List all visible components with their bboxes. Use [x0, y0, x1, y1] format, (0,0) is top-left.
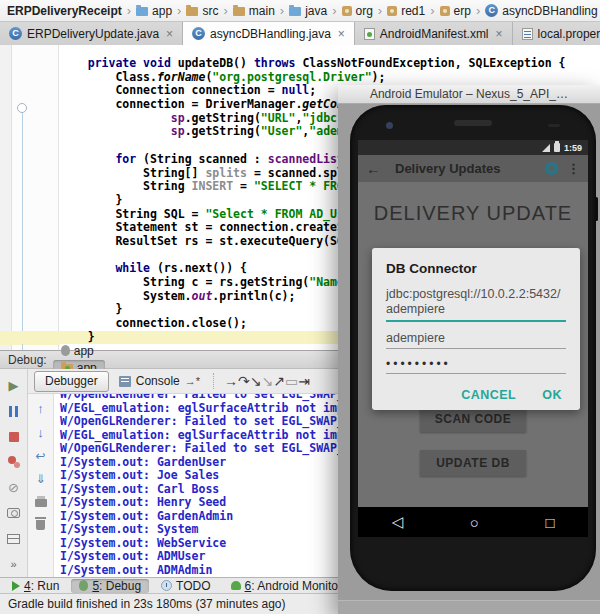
tab-label: ERPDeliveryUpdate.java: [27, 27, 159, 41]
editor-left-strip: [0, 45, 12, 350]
android-emulator-window[interactable]: Android Emulator – Nexus_5_API_… 1:59 ← …: [338, 85, 600, 614]
tab-androidmanifest.xml[interactable]: AndroidManifest.xml×: [355, 22, 513, 45]
breadcrumb-item-asyncdbhandling[interactable]: asyncDBHandling: [485, 4, 597, 18]
toolwindow-button-debug[interactable]: 5: Debug: [71, 579, 149, 593]
scroll-end-icon[interactable]: ⇓: [35, 473, 45, 485]
class-icon: [485, 4, 498, 17]
settings-gear-icon[interactable]: [546, 163, 557, 174]
toolwindow-button-label: 6: Android Monitor: [245, 579, 342, 593]
update-db-button[interactable]: UPDATE DB: [420, 450, 526, 476]
emulator-window-footer: [338, 600, 600, 614]
step-over-icon[interactable]: ↷: [238, 373, 250, 389]
mnemonic: 5: [92, 579, 99, 593]
rerun-icon: ▶: [9, 379, 19, 392]
package-icon: [342, 6, 352, 16]
breadcrumb-item-app[interactable]: app: [136, 4, 172, 18]
stop-icon[interactable]: [0, 424, 27, 450]
mute-breakpoints-icon[interactable]: ⊘: [0, 475, 27, 501]
print-icon[interactable]: [35, 499, 47, 507]
db-connector-dialog: DB Connector jdbc:postgresql://10.0.2.2:…: [372, 248, 580, 410]
earpiece-speaker: [454, 120, 492, 126]
restore-layout-icon: [7, 534, 20, 544]
signal-icon: [542, 144, 550, 152]
tab-label: local.properties: [538, 27, 600, 41]
drop-frame-icon[interactable]: ▭: [285, 373, 298, 389]
breadcrumb-item-src[interactable]: src: [186, 4, 218, 18]
folder-blue-icon: [289, 7, 301, 16]
breadcrumb-label: org: [356, 4, 373, 18]
app-bar: ← Delivery Updates ⋮: [358, 155, 588, 182]
force-step-into-icon[interactable]: ↘: [262, 373, 274, 389]
view-breakpoints-icon[interactable]: [0, 450, 27, 476]
breadcrumb-item-org[interactable]: org: [342, 4, 373, 18]
fold-marker-icon[interactable]: [17, 103, 27, 113]
up-stack-icon[interactable]: ↑: [37, 402, 44, 415]
nav-home-button[interactable]: ○: [470, 514, 479, 531]
stop-icon: [9, 432, 19, 442]
debugger-tab[interactable]: Debugger: [34, 371, 109, 392]
toolbar-divider: [213, 373, 215, 389]
breadcrumb-label: red1: [401, 4, 425, 18]
step-out-icon[interactable]: ↗: [273, 373, 285, 389]
folder-blue-icon: [136, 7, 148, 16]
mnemonic: 6: [245, 579, 252, 593]
toolwindow-button-run[interactable]: 4: Run: [4, 579, 67, 593]
password-field[interactable]: •••••••••: [386, 357, 566, 374]
soft-wrap-icon[interactable]: ↩: [35, 450, 45, 462]
ok-button[interactable]: OK: [542, 388, 562, 402]
close-tab-icon[interactable]: ×: [338, 27, 345, 41]
toolwindow-button-android-monitor[interactable]: 6: Android Monitor: [223, 579, 350, 593]
nav-back-button[interactable]: ◁: [391, 513, 403, 531]
console-side-toolbar: ↑↓↩⇓: [28, 394, 54, 577]
tab-label: asyncDBHandling.java: [210, 27, 331, 41]
emulator-titlebar[interactable]: Android Emulator – Nexus_5_API_…: [338, 85, 600, 104]
console-tab-label: Console: [136, 374, 180, 388]
chevron-right-icon: ›: [177, 3, 181, 18]
breadcrumb-item-red1[interactable]: red1: [387, 4, 425, 18]
show-execution-point-icon[interactable]: →: [224, 373, 238, 389]
folder-tan-icon: [233, 7, 245, 16]
close-tab-icon[interactable]: ×: [496, 27, 503, 41]
phone-screen[interactable]: 1:59 ← Delivery Updates ⋮ DELIVERY UPDAT…: [358, 140, 588, 537]
username-field[interactable]: adempiere: [386, 331, 566, 349]
chevron-right-icon: ›: [127, 3, 131, 18]
breadcrumb-item-main[interactable]: main: [233, 4, 275, 18]
step-into-icon[interactable]: ↘: [250, 373, 262, 389]
tab-label: AndroidManifest.xml: [380, 27, 489, 41]
nav-recents-button[interactable]: □: [546, 514, 555, 531]
manifest-icon: [364, 28, 375, 40]
run-to-cursor-icon[interactable]: ⇥: [298, 373, 310, 389]
rerun-icon[interactable]: ▶: [0, 373, 27, 399]
cancel-button[interactable]: CANCEL: [461, 388, 516, 402]
toolwindow-button-todo[interactable]: TODO: [153, 579, 218, 593]
toolwindow-button-label: TODO: [176, 579, 210, 593]
tab-erpdeliveryupdate.java[interactable]: ERPDeliveryUpdate.java×: [0, 22, 183, 45]
breadcrumb-item-java[interactable]: java: [289, 4, 327, 18]
down-stack-icon[interactable]: ↓: [37, 426, 44, 439]
code-line: private void updateDB() throws ClassNotF…: [60, 57, 600, 71]
pause-icon[interactable]: [0, 399, 27, 425]
toolwindow-button-label: 4: Run: [24, 579, 59, 593]
tab-asyncdbhandling.java[interactable]: asyncDBHandling.java×: [183, 22, 355, 45]
close-tab-icon[interactable]: ×: [166, 27, 173, 41]
mute-breakpoints-icon: ⊘: [8, 481, 19, 494]
breadcrumb-item-erpdeliveryreceipt[interactable]: ERPDeliveryReceipt: [7, 4, 122, 18]
screenshot-icon[interactable]: [0, 501, 27, 527]
breadcrumb: ERPDeliveryReceipt›app›src›main›java›org…: [0, 0, 600, 22]
breadcrumb-item-erp[interactable]: erp: [440, 4, 471, 18]
clear-all-icon[interactable]: [36, 520, 45, 530]
restore-layout-icon[interactable]: [0, 526, 27, 552]
debug-tab-app[interactable]: app: [53, 343, 105, 360]
clock-text: 1:59: [564, 143, 582, 153]
console-tab[interactable]: Console →*: [115, 372, 204, 390]
jdbc-url-field[interactable]: jdbc:postgresql://10.0.2.2:5432/ adempie…: [386, 287, 566, 322]
editor-tab-bar: ERPDeliveryUpdate.java×asyncDBHandling.j…: [0, 22, 600, 46]
todo-icon: [161, 580, 172, 591]
overflow-menu-icon[interactable]: ⋮: [567, 161, 580, 176]
debug-tab-label: app: [74, 344, 94, 358]
tab-local.properties[interactable]: local.properties×: [513, 22, 600, 45]
debug-bug-icon: [79, 580, 88, 591]
more-icon[interactable]: »: [0, 552, 27, 578]
class-icon: [9, 27, 22, 40]
back-arrow-icon[interactable]: ←: [366, 160, 381, 177]
